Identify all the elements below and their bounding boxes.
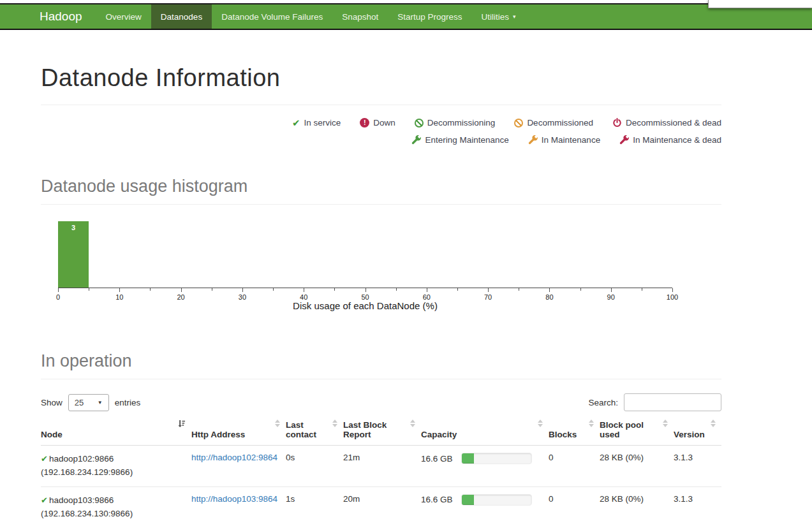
legend-row-1: ✔In service!DownDecommissioningDecommiss… — [41, 114, 721, 131]
column-header-label: Last contact — [286, 420, 316, 439]
nav-item-datanodes[interactable]: Datanodes — [151, 4, 212, 29]
entries-select[interactable]: 25 ▼ — [68, 394, 109, 411]
browser-overlay-artifact — [708, 0, 812, 8]
in-operation-heading: In operation — [41, 351, 721, 371]
table-row: ✔hadoop103:9866(192.168.234.130:9866)htt… — [41, 486, 721, 526]
search-input[interactable] — [624, 393, 721, 411]
histogram-plot-area: 30102030405060708090100 — [58, 221, 672, 288]
nav-item-utilities[interactable]: Utilities▾ — [472, 4, 526, 29]
axis-tick — [334, 288, 335, 291]
column-header-last-contact[interactable]: Last contact — [286, 418, 343, 446]
nav-item-datanode-volume-failures[interactable]: Datanode Volume Failures — [212, 4, 332, 29]
nav-item-label: Datanodes — [161, 12, 202, 22]
wrench-icon — [619, 135, 629, 145]
legend-item-label: Decommissioning — [427, 118, 496, 128]
sort-icon[interactable] — [589, 420, 594, 427]
column-header-node[interactable]: Node — [41, 418, 191, 446]
node-name-line: ✔hadoop103:9866 — [41, 494, 186, 508]
nav-item-label: Utilities — [482, 12, 510, 22]
axis-tick — [549, 288, 550, 292]
legend-item-decommissioning: Decommissioning — [415, 118, 496, 128]
column-header-label: Capacity — [421, 430, 457, 439]
sort-asc-icon[interactable] — [177, 420, 186, 428]
legend-item-decommissioned: Decommissioned — [514, 118, 593, 128]
legend-item-label: In service — [304, 118, 341, 128]
circle-slash-icon — [514, 119, 523, 128]
histogram-bar-value: 3 — [58, 221, 89, 231]
nav-item-snapshot[interactable]: Snapshot — [332, 4, 388, 29]
column-header-block-pool-used[interactable]: Block pool used — [600, 418, 674, 446]
column-header-capacity[interactable]: Capacity — [421, 418, 549, 446]
column-header-blocks[interactable]: Blocks — [549, 418, 600, 446]
nav-item-label: Datanode Volume Failures — [221, 12, 323, 22]
table-controls: Show 25 ▼ entries Search: — [41, 393, 721, 411]
axis-tick — [672, 288, 673, 292]
column-header-label: Last Block Report — [343, 420, 387, 439]
nav-item-label: Snapshot — [342, 12, 378, 22]
histogram-x-axis-label: Disk usage of each DataNode (%) — [58, 300, 672, 311]
sort-icon[interactable] — [663, 420, 668, 427]
cell-block-pool-used: 28 KB (0%) — [600, 486, 674, 526]
sort-icon[interactable] — [275, 420, 280, 427]
capacity-value: 16.6 GB — [421, 454, 453, 464]
histogram-heading: Datanode usage histogram — [41, 177, 721, 196]
axis-tick — [427, 288, 427, 292]
datanodes-table: NodeHttp AddressLast contactLast Block R… — [41, 418, 721, 526]
axis-tick — [488, 288, 489, 292]
legend-item-label: Decommissioned & dead — [626, 118, 721, 128]
axis-tick — [212, 288, 212, 291]
column-header-version[interactable]: Version — [674, 418, 721, 446]
capacity-progress-fill — [462, 495, 475, 505]
entries-select-value: 25 — [75, 398, 84, 407]
axis-tick — [396, 288, 397, 291]
main-content: Datanode Information ✔In service!DownDec… — [41, 64, 721, 526]
table-header: NodeHttp AddressLast contactLast Block R… — [41, 418, 721, 446]
capacity-value: 16.6 GB — [421, 495, 453, 504]
circle-slash-icon — [415, 119, 424, 128]
divider — [41, 204, 721, 205]
nav-item-overview[interactable]: Overview — [96, 4, 151, 29]
cell-http-address: http://hadoop102:9864 — [191, 446, 286, 487]
column-header-label: Block pool used — [600, 420, 644, 439]
cell-node: ✔hadoop102:9866(192.168.234.129:9866) — [41, 446, 191, 487]
axis-tick — [642, 288, 642, 291]
cell-blocks: 0 — [549, 486, 600, 526]
sort-icon[interactable] — [410, 420, 415, 427]
http-address-link[interactable]: http://hadoop103:9864 — [191, 494, 277, 504]
cell-version: 3.1.3 — [674, 486, 721, 526]
nav-item-label: Startup Progress — [397, 12, 462, 22]
column-header-label: Node — [41, 430, 63, 439]
power-icon — [612, 118, 622, 128]
exclamation-circle-icon: ! — [360, 118, 369, 128]
legend-item-in-maintenance-dead: In Maintenance & dead — [619, 135, 721, 145]
nav-item-startup-progress[interactable]: Startup Progress — [388, 4, 471, 29]
axis-tick — [365, 288, 366, 292]
legend-item-label: Decommissioned — [527, 118, 593, 128]
check-icon: ✔ — [292, 118, 300, 128]
cell-blocks: 0 — [549, 446, 600, 487]
sort-icon[interactable] — [332, 420, 337, 427]
cell-last-contact: 1s — [286, 486, 343, 526]
legend-item-label: Entering Maintenance — [425, 135, 508, 145]
node-name: hadoop102:9866 — [49, 454, 114, 464]
capacity-wrap: 16.6 GB — [421, 494, 543, 506]
column-header-label: Version — [674, 430, 705, 439]
sort-icon[interactable] — [711, 420, 716, 427]
column-header-http-address[interactable]: Http Address — [191, 418, 286, 446]
column-header-label: Http Address — [191, 430, 245, 439]
axis-tick — [273, 288, 274, 291]
column-header-label: Blocks — [549, 430, 577, 439]
brand-hadoop[interactable]: Hadoop — [0, 4, 96, 29]
status-legend: ✔In service!DownDecommissioningDecommiss… — [41, 114, 721, 149]
axis-tick — [119, 288, 120, 292]
axis-tick — [242, 288, 243, 292]
sort-icon[interactable] — [538, 420, 543, 427]
chevron-down-icon: ▼ — [98, 400, 103, 405]
axis-tick — [181, 288, 182, 292]
wrench-icon — [411, 135, 421, 145]
navbar-items: OverviewDatanodesDatanode Volume Failure… — [96, 4, 526, 29]
http-address-link[interactable]: http://hadoop102:9864 — [191, 453, 277, 462]
column-header-last-block-report[interactable]: Last Block Report — [343, 418, 421, 446]
divider — [41, 105, 721, 105]
legend-row-2: Entering MaintenanceIn MaintenanceIn Mai… — [41, 131, 721, 149]
